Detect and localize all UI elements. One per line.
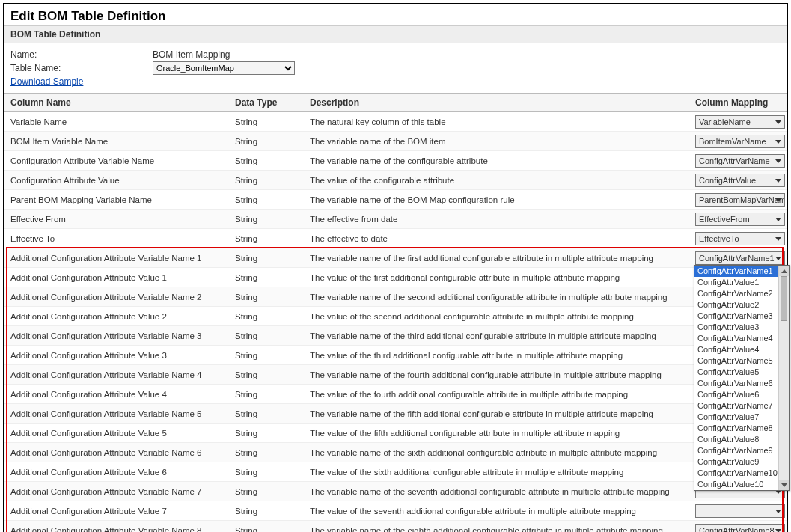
- cell-description: The value of the first additional config…: [304, 268, 689, 287]
- cell-column-name: Additional Configuration Attribute Varia…: [4, 248, 229, 268]
- column-mapping-select[interactable]: ConfigAttrValue: [695, 174, 785, 187]
- cell-column-mapping: ConfigAttrVarName: [689, 151, 787, 171]
- cell-data-type: String: [229, 462, 304, 482]
- dropdown-option[interactable]: ConfigAttrValue4: [694, 344, 789, 355]
- cell-column-name: Additional Configuration Attribute Varia…: [4, 326, 229, 346]
- column-mapping-select[interactable]: EffectiveFrom: [695, 213, 785, 226]
- cell-column-mapping: ParentBomMapVarName: [689, 190, 787, 210]
- table-row: Additional Configuration Attribute Value…: [4, 424, 787, 443]
- cell-description: The variable name of the fourth addition…: [304, 365, 689, 385]
- cell-column-name: Additional Configuration Attribute Value…: [4, 307, 229, 326]
- table-row: Additional Configuration Attribute Varia…: [4, 365, 787, 385]
- meta-block: Name: BOM Item Mapping Table Name: Oracl…: [4, 43, 787, 93]
- cell-data-type: String: [229, 229, 304, 248]
- cell-data-type: String: [229, 424, 304, 443]
- cell-column-name: BOM Item Variable Name: [4, 132, 229, 151]
- cell-data-type: String: [229, 171, 304, 190]
- cell-data-type: String: [229, 190, 304, 210]
- table-row: Additional Configuration Attribute Value…: [4, 307, 787, 326]
- cell-column-name: Additional Configuration Attribute Varia…: [4, 365, 229, 385]
- cell-description: The value of the fourth additional confi…: [304, 385, 689, 404]
- cell-data-type: String: [229, 501, 304, 521]
- cell-data-type: String: [229, 268, 304, 287]
- table-row: Additional Configuration Attribute Value…: [4, 385, 787, 404]
- dropdown-option[interactable]: ConfigAttrVarName4: [694, 333, 789, 344]
- dropdown-option[interactable]: ConfigAttrValue2: [694, 299, 789, 311]
- cell-description: The effective to date: [304, 229, 689, 248]
- cell-data-type: String: [229, 248, 304, 268]
- column-mapping-select[interactable]: ConfigAttrVarName1: [695, 251, 785, 265]
- cell-description: The value of the third additional config…: [304, 346, 689, 365]
- table-row: Variable NameStringThe natural key colum…: [4, 112, 787, 132]
- dropdown-option[interactable]: ConfigAttrValue7: [694, 412, 789, 423]
- cell-column-mapping: EffectiveTo: [689, 229, 787, 248]
- table-row: Configuration Attribute ValueStringThe v…: [4, 171, 787, 190]
- cell-column-name: Additional Configuration Attribute Value…: [4, 385, 229, 404]
- download-sample-link[interactable]: Download Sample: [10, 76, 83, 87]
- col-header-mapping: Column Mapping: [689, 94, 787, 112]
- page-title: Edit BOM Table Definition: [4, 4, 787, 25]
- dropdown-option[interactable]: ConfigAttrVarName8: [694, 423, 789, 434]
- cell-data-type: String: [229, 346, 304, 365]
- cell-description: The value of the fifth additional config…: [304, 424, 689, 443]
- dropdown-option[interactable]: ConfigAttrValue10: [694, 479, 789, 490]
- cell-column-name: Effective From: [4, 210, 229, 229]
- dropdown-option[interactable]: ConfigAttrVarName7: [694, 400, 789, 412]
- cell-description: The variable name of the BOM item: [304, 132, 689, 151]
- meta-name-value: BOM Item Mapping: [153, 49, 230, 60]
- cell-column-name: Parent BOM Mapping Variable Name: [4, 190, 229, 210]
- dropdown-option[interactable]: ConfigAttrValue3: [694, 322, 789, 333]
- table-row: Additional Configuration Attribute Varia…: [4, 248, 787, 268]
- dropdown-option[interactable]: ConfigAttrVarName10: [694, 468, 789, 479]
- dropdown-option[interactable]: ConfigAttrVarName6: [694, 378, 789, 389]
- dropdown-option[interactable]: ConfigAttrValue5: [694, 367, 789, 378]
- cell-column-mapping: ConfigAttrValue: [689, 171, 787, 190]
- table-row: Additional Configuration Attribute Varia…: [4, 404, 787, 424]
- column-mapping-select[interactable]: BomItemVarName: [695, 135, 785, 148]
- dropdown-option[interactable]: ConfigAttrVarName9: [694, 445, 789, 456]
- dropdown-option[interactable]: ConfigAttrValue1: [694, 277, 789, 288]
- table-row: Configuration Attribute Variable NameStr…: [4, 151, 787, 171]
- scroll-thumb[interactable]: [781, 276, 787, 321]
- col-header-type: Data Type: [229, 94, 304, 112]
- cell-description: The value of the second additional confi…: [304, 307, 689, 326]
- scroll-down-icon[interactable]: [779, 480, 789, 490]
- cell-column-mapping: EffectiveFrom: [689, 210, 787, 229]
- cell-description: The variable name of the second addition…: [304, 287, 689, 307]
- table-row: Additional Configuration Attribute Varia…: [4, 287, 787, 307]
- cell-description: The variable name of the eighth addition…: [304, 521, 689, 533]
- cell-column-name: Additional Configuration Attribute Varia…: [4, 404, 229, 424]
- column-mapping-select[interactable]: ConfigAttrVarName8: [695, 524, 785, 532]
- dropdown-option[interactable]: ConfigAttrVarName2: [694, 288, 789, 299]
- table-row: Additional Configuration Attribute Varia…: [4, 482, 787, 501]
- dropdown-option[interactable]: ConfigAttrVarName5: [694, 355, 789, 367]
- cell-column-name: Additional Configuration Attribute Varia…: [4, 443, 229, 462]
- cell-data-type: String: [229, 482, 304, 501]
- dropdown-option[interactable]: ConfigAttrValue9: [694, 456, 789, 468]
- dropdown-option[interactable]: ConfigAttrValue6: [694, 389, 789, 400]
- scroll-up-icon[interactable]: [779, 266, 789, 276]
- dropdown-option[interactable]: ConfigAttrVarName1: [694, 266, 789, 277]
- column-mapping-select[interactable]: VariableName: [695, 115, 785, 129]
- cell-description: The natural key column of this table: [304, 112, 689, 132]
- column-mapping-select[interactable]: [695, 504, 785, 518]
- table-row: Additional Configuration Attribute Varia…: [4, 521, 787, 533]
- table-row: Additional Configuration Attribute Varia…: [4, 326, 787, 346]
- cell-column-name: Additional Configuration Attribute Value…: [4, 424, 229, 443]
- table-row: Additional Configuration Attribute Value…: [4, 501, 787, 521]
- cell-description: The variable name of the first additiona…: [304, 248, 689, 268]
- cell-column-name: Additional Configuration Attribute Value…: [4, 501, 229, 521]
- cell-description: The variable name of the third additiona…: [304, 326, 689, 346]
- column-mapping-select[interactable]: ParentBomMapVarName: [695, 193, 785, 207]
- cell-column-name: Configuration Attribute Value: [4, 171, 229, 190]
- dropdown-option[interactable]: ConfigAttrVarName3: [694, 311, 789, 322]
- column-mapping-dropdown-list[interactable]: ConfigAttrVarName1ConfigAttrValue1Config…: [694, 265, 790, 491]
- section-title: BOM Table Definition: [4, 25, 787, 43]
- dropdown-option[interactable]: ConfigAttrValue8: [694, 434, 789, 445]
- cell-data-type: String: [229, 210, 304, 229]
- table-name-select[interactable]: Oracle_BomItemMap: [153, 61, 295, 75]
- column-mapping-select[interactable]: ConfigAttrVarName: [695, 154, 785, 168]
- cell-data-type: String: [229, 443, 304, 462]
- dropdown-scrollbar[interactable]: [778, 266, 789, 490]
- column-mapping-select[interactable]: EffectiveTo: [695, 232, 785, 245]
